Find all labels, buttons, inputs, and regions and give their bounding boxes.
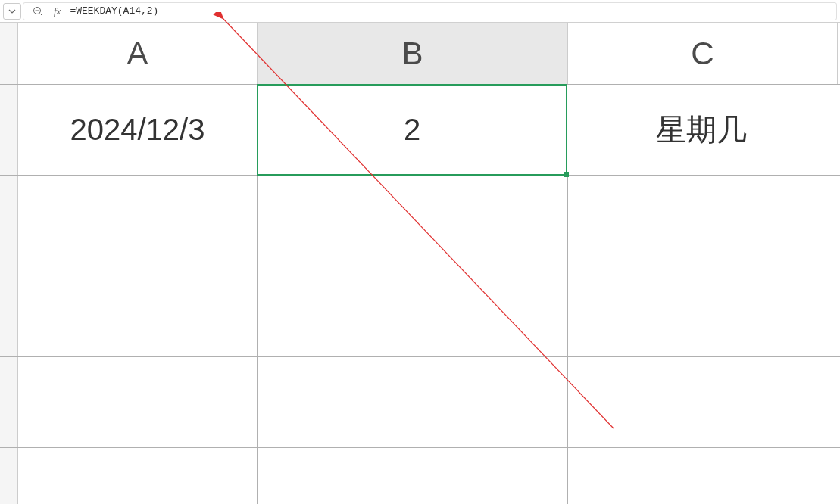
zoom-out-icon (33, 6, 43, 17)
cell-c1[interactable]: 星期几 (567, 85, 836, 175)
cell-a3[interactable] (18, 266, 258, 356)
row-header-5[interactable] (0, 448, 18, 504)
spreadsheet-grid: A B C 2024/12/3 2 星期几 (0, 23, 840, 504)
select-all-corner[interactable] (0, 23, 18, 84)
cell-c2[interactable] (568, 176, 838, 266)
svg-line-1 (40, 13, 43, 16)
fx-label[interactable]: fx (54, 5, 61, 17)
grid-rows: 2024/12/3 2 星期几 (0, 85, 840, 504)
row-header-3[interactable] (0, 266, 18, 356)
cell-b4[interactable] (258, 357, 568, 447)
formula-input-wrapper: fx (23, 2, 837, 20)
cell-a1[interactable]: 2024/12/3 (18, 85, 258, 175)
grid-row-3 (0, 266, 840, 357)
name-box-dropdown[interactable] (3, 3, 21, 20)
cell-b5[interactable] (258, 448, 568, 504)
formula-bar: fx (0, 0, 840, 23)
cell-b1[interactable]: 2 (257, 84, 567, 176)
fill-handle[interactable] (564, 172, 569, 177)
cell-a5[interactable] (18, 448, 258, 504)
cell-c5[interactable] (568, 448, 838, 504)
zoom-out-button[interactable] (28, 3, 48, 20)
column-header-a[interactable]: A (18, 23, 258, 84)
column-headers: A B C (0, 23, 840, 85)
row-header-2[interactable] (0, 176, 18, 266)
row-header-1[interactable] (0, 85, 18, 175)
cell-b2[interactable] (258, 176, 568, 266)
grid-row-1: 2024/12/3 2 星期几 (0, 85, 840, 176)
cell-c4[interactable] (568, 357, 838, 447)
grid-row-2 (0, 176, 840, 266)
grid-row-5 (0, 448, 840, 504)
cell-a4[interactable] (18, 357, 258, 447)
cell-c3[interactable] (568, 266, 838, 356)
formula-input[interactable] (67, 4, 836, 18)
chevron-down-icon (8, 9, 16, 14)
cell-a2[interactable] (18, 176, 258, 266)
row-header-4[interactable] (0, 357, 18, 447)
name-box-area (3, 3, 21, 20)
cell-b3[interactable] (258, 266, 568, 356)
grid-row-4 (0, 357, 840, 448)
cell-b1-value: 2 (404, 113, 420, 147)
column-header-c[interactable]: C (568, 23, 838, 84)
column-header-b[interactable]: B (258, 23, 568, 84)
